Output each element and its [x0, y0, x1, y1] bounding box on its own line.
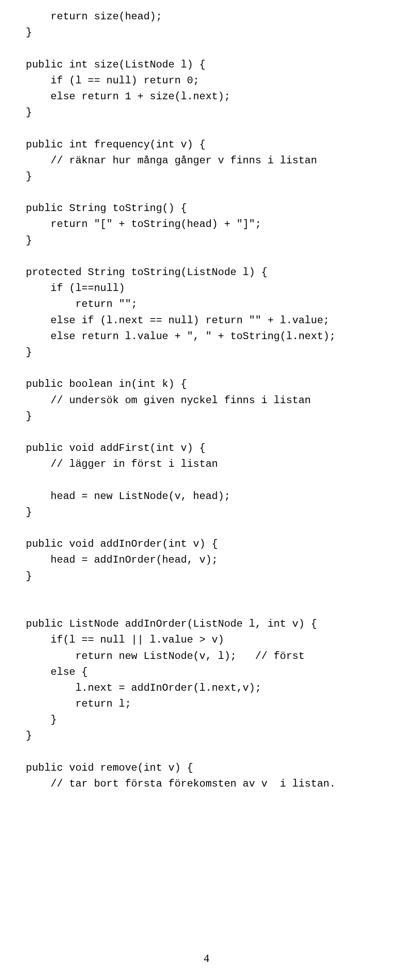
code-block: return size(head); } public int size(Lis…: [26, 9, 387, 792]
page-number: 4: [0, 950, 413, 967]
document-page: return size(head); } public int size(Lis…: [0, 0, 413, 980]
